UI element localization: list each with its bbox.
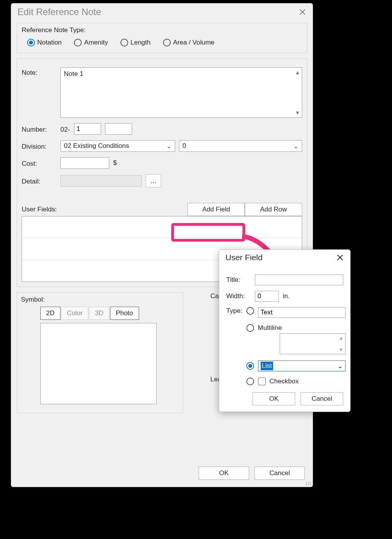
number-prefix: 02- bbox=[60, 124, 70, 134]
number-suffix-input[interactable] bbox=[105, 123, 132, 135]
division-select[interactable]: 02 Existing Conditions ⌄ bbox=[60, 140, 175, 152]
radio-length[interactable]: Length bbox=[120, 39, 151, 46]
note-textarea[interactable]: Note 1 ▲ ▼ bbox=[60, 67, 302, 118]
ok-button[interactable]: OK bbox=[199, 467, 249, 480]
cost-currency: $ bbox=[113, 159, 117, 167]
reference-note-type-group: Reference Note Type: Notation Amenity Le… bbox=[17, 23, 307, 53]
title-label: Title: bbox=[226, 276, 251, 284]
type-list-select[interactable]: List ⌄ bbox=[258, 360, 346, 371]
user-fields-label: User Fields: bbox=[22, 206, 57, 213]
user-field-dialog: User Field Title: Width: in. Type: bbox=[219, 249, 351, 412]
dialog-buttons: OK Cancel bbox=[199, 467, 305, 480]
sub-dialog-title: User Field bbox=[225, 253, 263, 262]
division-label: Division: bbox=[22, 141, 57, 151]
title-input[interactable] bbox=[255, 275, 343, 285]
checkbox-icon[interactable] bbox=[258, 378, 266, 385]
add-row-button[interactable]: Add Row bbox=[245, 203, 302, 216]
tab-2d[interactable]: 2D bbox=[40, 307, 60, 320]
radio-area-label: Area / Volume bbox=[173, 39, 215, 46]
detail-field bbox=[60, 175, 142, 187]
scroll-up-icon[interactable]: ▲ bbox=[339, 335, 344, 341]
reference-note-type-label: Reference Note Type: bbox=[22, 26, 302, 34]
symbol-group: Symbol: 2D Color 3D Photo bbox=[17, 292, 183, 413]
width-input[interactable] bbox=[255, 291, 279, 302]
radio-notation-label: Notation bbox=[37, 39, 62, 46]
tab-color[interactable]: Color bbox=[61, 307, 89, 320]
symbol-preview bbox=[40, 323, 156, 404]
symbol-tabs: 2D Color 3D Photo bbox=[40, 307, 177, 320]
sub-titlebar: User Field bbox=[219, 250, 350, 265]
scroll-up-icon[interactable]: ▲ bbox=[295, 69, 300, 76]
radio-area-volume[interactable]: Area / Volume bbox=[163, 39, 215, 46]
radio-type-text[interactable] bbox=[246, 307, 254, 315]
radio-type-checkbox[interactable] bbox=[246, 378, 254, 385]
chevron-down-icon: ⌄ bbox=[166, 142, 172, 150]
chevron-down-icon: ⌄ bbox=[293, 142, 299, 150]
note-label: Note: bbox=[22, 67, 57, 77]
symbol-label: Symbol: bbox=[21, 296, 179, 304]
division-value: 02 Existing Conditions bbox=[64, 142, 129, 150]
resize-grip-icon[interactable] bbox=[305, 479, 311, 485]
type-text-input[interactable] bbox=[258, 307, 346, 318]
radio-amenity[interactable]: Amenity bbox=[74, 39, 108, 46]
add-field-button[interactable]: Add Field bbox=[187, 203, 245, 216]
detail-label: Detail: bbox=[22, 176, 57, 185]
sub-cancel-button[interactable]: Cancel bbox=[301, 392, 343, 405]
detail-browse-button[interactable]: ... bbox=[146, 174, 161, 187]
division-num-value: 0 bbox=[182, 142, 186, 150]
cost-input[interactable] bbox=[60, 157, 109, 169]
chevron-down-icon: ⌄ bbox=[337, 362, 343, 370]
titlebar: Edit Reference Note bbox=[11, 3, 313, 21]
close-icon[interactable] bbox=[335, 253, 345, 262]
type-list-value: List bbox=[261, 362, 273, 370]
type-label: Type: bbox=[226, 307, 242, 315]
tab-photo[interactable]: Photo bbox=[110, 307, 139, 320]
type-multiline-label: Multiline bbox=[258, 324, 346, 332]
type-checkbox-label: Checkbox bbox=[270, 378, 299, 385]
multiline-textarea[interactable]: ▲ ▼ bbox=[280, 333, 346, 354]
cost-label: Cost: bbox=[22, 158, 57, 168]
radio-type-list[interactable] bbox=[246, 362, 254, 370]
tab-3d[interactable]: 3D bbox=[89, 307, 109, 320]
scroll-down-icon[interactable]: ▼ bbox=[339, 347, 344, 352]
annotation-highlight bbox=[171, 223, 245, 242]
width-label: Width: bbox=[226, 292, 251, 300]
cancel-button[interactable]: Cancel bbox=[254, 467, 305, 480]
radio-notation[interactable]: Notation bbox=[27, 39, 62, 46]
radio-type-multiline[interactable] bbox=[246, 324, 254, 332]
radio-length-label: Length bbox=[131, 39, 151, 46]
number-label: Number: bbox=[22, 124, 57, 134]
division-num-select[interactable]: 0 ⌄ bbox=[179, 140, 302, 152]
number-input[interactable] bbox=[74, 123, 101, 135]
width-unit: in. bbox=[283, 292, 290, 300]
close-icon[interactable] bbox=[298, 7, 307, 17]
note-value: Note 1 bbox=[64, 70, 83, 77]
sub-ok-button[interactable]: OK bbox=[253, 392, 295, 405]
radio-amenity-label: Amenity bbox=[84, 39, 108, 46]
scroll-down-icon[interactable]: ▼ bbox=[295, 110, 300, 116]
dialog-title: Edit Reference Note bbox=[17, 7, 101, 17]
